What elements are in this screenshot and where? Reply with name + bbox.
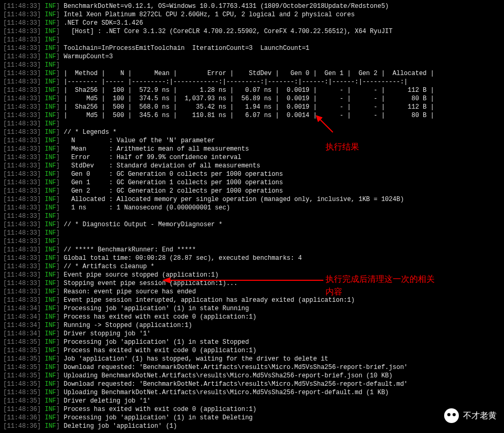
log-line: [11:48:34] INF] Driver stopping job '1'	[3, 330, 501, 338]
log-line: [11:48:33] INF]	[3, 237, 501, 246]
log-line: [11:48:35] INF] Uploading BenchmarkDotNe…	[3, 388, 501, 397]
log-line: [11:48:34] INF] Process has exited with …	[3, 313, 501, 321]
log-line: [11:48:33] INF] Gen 1 : GC Generation 1 …	[3, 178, 501, 187]
log-line: [11:48:33] INF] BenchmarkDotNet=v0.12.1,…	[3, 2, 501, 10]
log-line: [11:48:33] INF] WarmupCount=3	[3, 52, 501, 61]
log-line: [11:48:33] INF] Event pipe session inter…	[3, 296, 501, 304]
log-line: [11:48:33] INF] .NET Core SDK=3.1.426	[3, 19, 501, 27]
log-line: [11:48:33] INF] | Method | N | Mean | Er…	[3, 69, 501, 78]
log-line: [11:48:33] INF] // * Legends *	[3, 128, 501, 136]
log-line: [11:48:33] INF] N : Value of the 'N' par…	[3, 136, 501, 145]
log-line: [11:48:35] INF] Uploading BenchmarkDotNe…	[3, 372, 501, 380]
log-line: [11:48:36] INF] Processing job 'applicat…	[3, 414, 501, 422]
log-line: [11:48:33] INF] Toolchain=InProcessEmitT…	[3, 44, 501, 52]
terminal-log: [11:48:33] INF] BenchmarkDotNet=v0.12.1,…	[3, 2, 501, 430]
log-line: [11:48:33] INF] Mean : Arithmetic mean o…	[3, 145, 501, 153]
log-line: [11:48:35] INF] Process has exited with …	[3, 346, 501, 355]
log-line: [11:48:33] INF] Reason: event pipe sourc…	[3, 288, 501, 296]
log-line: [11:48:33] INF] 1 ns : 1 Nanosecond (0.0…	[3, 204, 501, 212]
log-line: [11:48:33] INF] | Sha256 | 500 | 568.0 n…	[3, 103, 501, 111]
log-line: [11:48:33] INF] | Md5 | 500 | 345.6 ns |…	[3, 111, 501, 120]
log-line: [11:48:33] INF] [Host] : .NET Core 3.1.3…	[3, 27, 501, 36]
log-line: [11:48:34] INF] Running -> Stopped (appl…	[3, 321, 501, 330]
log-line: [11:48:35] INF] Download requested: 'Ben…	[3, 380, 501, 388]
log-line: [11:48:33] INF] StdDev : Standard deviat…	[3, 162, 501, 170]
log-line: [11:48:33] INF] Error : Half of 99.9% co…	[3, 153, 501, 162]
log-line: [11:48:33] INF] Intel Xeon Platinum 8272…	[3, 10, 501, 19]
log-line: [11:48:34] INF] Processing job 'applicat…	[3, 304, 501, 313]
log-line: [11:48:33] INF] |-------- |----- |------…	[3, 78, 501, 86]
log-line: [11:48:33] INF]	[3, 120, 501, 128]
log-line: [11:48:33] INF] Event pipe source stoppe…	[3, 271, 501, 279]
log-line: [11:48:33] INF] Global total time: 00:00…	[3, 254, 501, 262]
log-line: [11:48:33] INF] | Sha256 | 100 | 572.9 n…	[3, 86, 501, 94]
log-line: [11:48:35] INF] Driver deleting job '1'	[3, 397, 501, 405]
log-line: [11:48:33] INF]	[3, 61, 501, 69]
log-line: [11:48:35] INF] Download requested: 'Ben…	[3, 363, 501, 372]
log-line: [11:48:33] INF] // * Diagnostic Output -…	[3, 220, 501, 229]
log-line: [11:48:33] INF] Stopping event pipe sess…	[3, 279, 501, 288]
log-line: [11:48:33] INF] Allocated : Allocated me…	[3, 195, 501, 204]
log-line: [11:48:33] INF] Gen 0 : GC Generation 0 …	[3, 170, 501, 178]
log-line: [11:48:33] INF] // * Artifacts cleanup *	[3, 262, 501, 271]
log-line: [11:48:33] INF]	[3, 36, 501, 44]
log-line: [11:48:33] INF] // ***** BenchmarkRunner…	[3, 246, 501, 254]
log-line: [11:48:36] INF] Process has exited with …	[3, 405, 501, 414]
log-line: [11:48:36] INF] Deleting job 'applicatio…	[3, 422, 501, 430]
log-line: [11:48:33] INF]	[3, 229, 501, 237]
log-line: [11:48:33] INF] Gen 2 : GC Generation 2 …	[3, 187, 501, 195]
log-line: [11:48:33] INF]	[3, 212, 501, 220]
log-line: [11:48:35] INF] Processing job 'applicat…	[3, 338, 501, 346]
log-line: [11:48:35] INF] Job 'application' (1) ha…	[3, 355, 501, 363]
log-line: [11:48:33] INF] | Md5 | 100 | 374.5 ns |…	[3, 94, 501, 103]
